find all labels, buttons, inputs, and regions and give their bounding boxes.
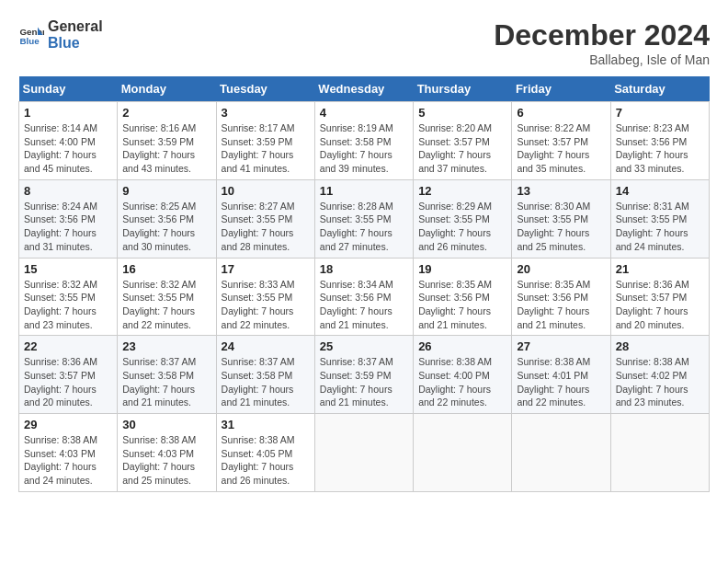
calendar-cell <box>314 414 413 492</box>
calendar-cell <box>414 414 512 492</box>
day-number: 7 <box>616 106 704 120</box>
day-info: Sunrise: 8:19 AMSunset: 3:58 PMDaylight:… <box>320 121 408 176</box>
calendar-cell: 12Sunrise: 8:29 AMSunset: 3:55 PMDayligh… <box>414 179 512 258</box>
weekday-header-friday: Friday <box>512 76 610 102</box>
weekday-header-wednesday: Wednesday <box>314 76 413 102</box>
calendar-cell: 28Sunrise: 8:38 AMSunset: 4:02 PMDayligh… <box>610 336 709 414</box>
calendar-cell: 2Sunrise: 8:16 AMSunset: 3:59 PMDaylight… <box>118 102 216 180</box>
day-number: 18 <box>320 262 408 276</box>
calendar-cell: 30Sunrise: 8:38 AMSunset: 4:03 PMDayligh… <box>118 414 216 492</box>
calendar-cell: 21Sunrise: 8:36 AMSunset: 3:57 PMDayligh… <box>610 258 709 336</box>
calendar-cell: 1Sunrise: 8:14 AMSunset: 4:00 PMDaylight… <box>19 102 118 180</box>
calendar-cell: 31Sunrise: 8:38 AMSunset: 4:05 PMDayligh… <box>216 414 314 492</box>
day-number: 31 <box>222 418 310 431</box>
day-number: 24 <box>222 339 310 353</box>
calendar-cell: 25Sunrise: 8:37 AMSunset: 3:59 PMDayligh… <box>314 336 413 414</box>
day-number: 8 <box>24 184 112 198</box>
day-info: Sunrise: 8:24 AMSunset: 3:56 PMDaylight:… <box>24 200 112 254</box>
day-number: 6 <box>517 106 605 120</box>
day-info: Sunrise: 8:16 AMSunset: 3:59 PMDaylight:… <box>122 121 210 176</box>
day-number: 16 <box>122 262 210 276</box>
weekday-header-tuesday: Tuesday <box>216 76 314 102</box>
weekday-header-saturday: Saturday <box>610 76 709 102</box>
calendar-cell: 4Sunrise: 8:19 AMSunset: 3:58 PMDaylight… <box>314 102 413 180</box>
day-info: Sunrise: 8:22 AMSunset: 3:57 PMDaylight:… <box>517 121 605 176</box>
month-title: December 2024 <box>494 18 710 52</box>
day-number: 29 <box>24 418 112 431</box>
day-number: 13 <box>517 184 605 198</box>
day-number: 10 <box>222 184 310 198</box>
day-info: Sunrise: 8:33 AMSunset: 3:55 PMDaylight:… <box>222 278 310 332</box>
day-number: 25 <box>320 339 408 353</box>
day-info: Sunrise: 8:25 AMSunset: 3:56 PMDaylight:… <box>122 200 210 254</box>
week-row-2: 8Sunrise: 8:24 AMSunset: 3:56 PMDaylight… <box>19 179 710 258</box>
calendar-cell: 3Sunrise: 8:17 AMSunset: 3:59 PMDaylight… <box>216 102 314 180</box>
day-number: 26 <box>418 339 506 353</box>
calendar-cell: 27Sunrise: 8:38 AMSunset: 4:01 PMDayligh… <box>512 336 610 414</box>
calendar-cell: 16Sunrise: 8:32 AMSunset: 3:55 PMDayligh… <box>118 258 216 336</box>
calendar-cell: 18Sunrise: 8:34 AMSunset: 3:56 PMDayligh… <box>314 258 413 336</box>
day-info: Sunrise: 8:34 AMSunset: 3:56 PMDaylight:… <box>320 278 408 332</box>
day-number: 28 <box>616 339 704 353</box>
day-info: Sunrise: 8:38 AMSunset: 4:00 PMDaylight:… <box>418 355 506 409</box>
day-number: 15 <box>24 262 112 276</box>
day-info: Sunrise: 8:27 AMSunset: 3:55 PMDaylight:… <box>222 200 310 254</box>
day-number: 5 <box>418 106 506 120</box>
day-number: 14 <box>616 184 704 198</box>
day-info: Sunrise: 8:17 AMSunset: 3:59 PMDaylight:… <box>222 121 310 176</box>
weekday-header-row: SundayMondayTuesdayWednesdayThursdayFrid… <box>19 76 710 102</box>
day-info: Sunrise: 8:35 AMSunset: 3:56 PMDaylight:… <box>418 278 506 332</box>
day-info: Sunrise: 8:30 AMSunset: 3:55 PMDaylight:… <box>517 200 605 254</box>
calendar-cell: 29Sunrise: 8:38 AMSunset: 4:03 PMDayligh… <box>19 414 118 492</box>
calendar-cell: 23Sunrise: 8:37 AMSunset: 3:58 PMDayligh… <box>118 336 216 414</box>
day-info: Sunrise: 8:37 AMSunset: 3:58 PMDaylight:… <box>222 355 310 409</box>
page-header: General Blue General Blue December 2024 … <box>18 18 710 67</box>
day-info: Sunrise: 8:38 AMSunset: 4:05 PMDaylight:… <box>222 433 310 488</box>
day-number: 17 <box>222 262 310 276</box>
day-info: Sunrise: 8:35 AMSunset: 3:56 PMDaylight:… <box>517 278 605 332</box>
day-number: 2 <box>122 106 210 120</box>
calendar-cell: 17Sunrise: 8:33 AMSunset: 3:55 PMDayligh… <box>216 258 314 336</box>
calendar-cell: 26Sunrise: 8:38 AMSunset: 4:00 PMDayligh… <box>414 336 512 414</box>
calendar-cell: 7Sunrise: 8:23 AMSunset: 3:56 PMDaylight… <box>610 102 709 180</box>
calendar-cell: 13Sunrise: 8:30 AMSunset: 3:55 PMDayligh… <box>512 179 610 258</box>
calendar-cell: 8Sunrise: 8:24 AMSunset: 3:56 PMDaylight… <box>19 179 118 258</box>
day-info: Sunrise: 8:38 AMSunset: 4:01 PMDaylight:… <box>517 355 605 409</box>
day-number: 11 <box>320 184 408 198</box>
calendar-cell: 15Sunrise: 8:32 AMSunset: 3:55 PMDayligh… <box>19 258 118 336</box>
day-info: Sunrise: 8:37 AMSunset: 3:59 PMDaylight:… <box>320 355 408 409</box>
day-info: Sunrise: 8:36 AMSunset: 3:57 PMDaylight:… <box>24 355 112 409</box>
weekday-header-thursday: Thursday <box>414 76 512 102</box>
calendar-cell: 14Sunrise: 8:31 AMSunset: 3:55 PMDayligh… <box>610 179 709 258</box>
day-number: 12 <box>418 184 506 198</box>
day-number: 3 <box>222 106 310 120</box>
day-info: Sunrise: 8:31 AMSunset: 3:55 PMDaylight:… <box>616 200 704 254</box>
logo-icon: General Blue <box>18 22 44 48</box>
day-info: Sunrise: 8:28 AMSunset: 3:55 PMDaylight:… <box>320 200 408 254</box>
calendar-cell: 19Sunrise: 8:35 AMSunset: 3:56 PMDayligh… <box>414 258 512 336</box>
svg-text:Blue: Blue <box>19 35 40 45</box>
title-block: December 2024 Ballabeg, Isle of Man <box>494 18 710 67</box>
calendar-cell: 11Sunrise: 8:28 AMSunset: 3:55 PMDayligh… <box>314 179 413 258</box>
day-info: Sunrise: 8:29 AMSunset: 3:55 PMDaylight:… <box>418 200 506 254</box>
day-number: 20 <box>517 262 605 276</box>
day-number: 21 <box>616 262 704 276</box>
calendar-cell: 5Sunrise: 8:20 AMSunset: 3:57 PMDaylight… <box>414 102 512 180</box>
day-number: 30 <box>122 418 210 431</box>
week-row-5: 29Sunrise: 8:38 AMSunset: 4:03 PMDayligh… <box>19 414 710 492</box>
weekday-header-sunday: Sunday <box>19 76 118 102</box>
day-info: Sunrise: 8:38 AMSunset: 4:02 PMDaylight:… <box>616 355 704 409</box>
calendar-cell: 10Sunrise: 8:27 AMSunset: 3:55 PMDayligh… <box>216 179 314 258</box>
day-number: 1 <box>24 106 112 120</box>
day-number: 9 <box>122 184 210 198</box>
week-row-4: 22Sunrise: 8:36 AMSunset: 3:57 PMDayligh… <box>19 336 710 414</box>
day-info: Sunrise: 8:38 AMSunset: 4:03 PMDaylight:… <box>122 433 210 488</box>
day-info: Sunrise: 8:20 AMSunset: 3:57 PMDaylight:… <box>418 121 506 176</box>
calendar-cell: 22Sunrise: 8:36 AMSunset: 3:57 PMDayligh… <box>19 336 118 414</box>
weekday-header-monday: Monday <box>118 76 216 102</box>
day-info: Sunrise: 8:36 AMSunset: 3:57 PMDaylight:… <box>616 278 704 332</box>
week-row-1: 1Sunrise: 8:14 AMSunset: 4:00 PMDaylight… <box>19 102 710 180</box>
day-info: Sunrise: 8:37 AMSunset: 3:58 PMDaylight:… <box>122 355 210 409</box>
day-info: Sunrise: 8:32 AMSunset: 3:55 PMDaylight:… <box>24 278 112 332</box>
calendar-cell: 9Sunrise: 8:25 AMSunset: 3:56 PMDaylight… <box>118 179 216 258</box>
